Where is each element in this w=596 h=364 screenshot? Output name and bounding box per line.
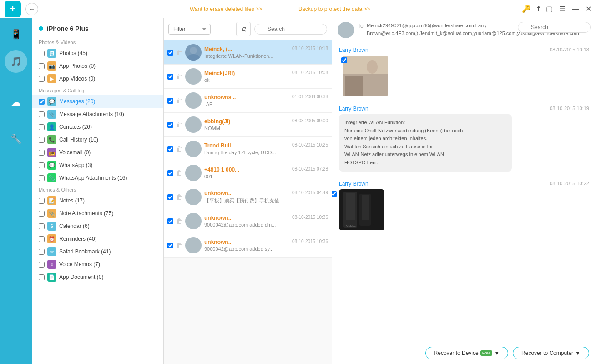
delete-icon[interactable]: 🗑 [176, 169, 182, 177]
svg-point-1 [187, 54, 200, 61]
message-item[interactable]: 🗑 unknowns... 01-01-2004 00:38 -AE [164, 89, 332, 113]
message-item[interactable]: 🗑 unknown... 08-10-2015 04:49 【平板】购买【预付费… [164, 185, 332, 209]
back-button[interactable]: ← [25, 3, 38, 15]
delete-icon[interactable]: 🗑 [176, 49, 182, 56]
delete-icon[interactable]: 🗑 [176, 121, 182, 128]
bubble-checkbox-1[interactable] [341, 57, 347, 63]
sidebar-item-app-document[interactable]: 📄 App Document (0) [32, 271, 163, 283]
sidebar-item-messages[interactable]: 💬 Messages (20) [32, 95, 163, 108]
message-preview: 9000042@app.com added sy... [204, 246, 328, 252]
voice-memos-checkbox[interactable] [39, 262, 45, 268]
backup-link[interactable]: Backup to protect the data >> [298, 6, 370, 12]
nav-cloud[interactable]: ☁ [5, 91, 27, 114]
message-item[interactable]: 🗑 Meinck(JRI) 08-10-2015 10:08 ok [164, 65, 332, 89]
message-checkbox[interactable] [167, 146, 173, 152]
top-bar-icons: 🔑 f ▢ ☰ — ✕ [522, 5, 591, 13]
message-item[interactable]: 🗑 Meinck, (... 08-10-2015 10:18 Integrie… [164, 40, 332, 65]
facebook-icon[interactable]: f [537, 5, 540, 13]
call-history-checkbox[interactable] [39, 137, 45, 143]
print-icon[interactable]: 🖨 [236, 22, 251, 36]
menu-icon[interactable]: ☰ [559, 5, 566, 13]
whatsapp-attachments-label: WhatsApp Attachments (16) [59, 175, 157, 181]
key-icon[interactable]: 🔑 [522, 5, 531, 13]
svg-rect-8 [346, 193, 355, 220]
message-item[interactable]: 🗑 +4810 1 000... 08-10-2015 07:28 001 [164, 161, 332, 185]
sidebar-item-call-history[interactable]: 📞 Call History (10) [32, 133, 163, 146]
message-checkbox[interactable] [167, 218, 173, 224]
app-photos-checkbox[interactable] [39, 63, 45, 69]
nav-tools[interactable]: 🔧 [5, 127, 27, 150]
recover-device-label: Recover to Device [434, 350, 479, 356]
header-search-input[interactable] [518, 22, 591, 33]
message-checkbox[interactable] [167, 170, 173, 176]
message-bubble-1: Larry Brown 08-10-2015 10:18 [339, 47, 589, 96]
message-checkbox[interactable] [167, 194, 173, 200]
delete-icon[interactable]: 🗑 [176, 242, 182, 249]
app-document-label: App Document (0) [59, 274, 157, 280]
whatsapp-checkbox[interactable] [39, 162, 45, 168]
sidebar-item-voicemail[interactable]: 📻 Voicemail (0) [32, 146, 163, 159]
sidebar-item-contacts[interactable]: 👤 Contacts (26) [32, 121, 163, 133]
notes-icon: 📝 [47, 196, 56, 205]
notes-checkbox[interactable] [39, 198, 45, 204]
sidebar-item-photos[interactable]: 🖼 Photos (45) [32, 47, 163, 60]
delete-icon[interactable]: 🗑 [176, 217, 182, 225]
delete-icon[interactable]: 🗑 [176, 73, 182, 80]
message-checkbox[interactable] [167, 74, 173, 80]
message-checkbox[interactable] [167, 98, 173, 104]
recover-device-button[interactable]: Recover to Device Free ▼ [425, 347, 508, 359]
app-document-checkbox[interactable] [39, 274, 45, 280]
sidebar-item-safari-bookmark[interactable]: ✏ Safari Bookmark (41) [32, 245, 163, 258]
sidebar-item-app-photos[interactable]: 📷 App Photos (0) [32, 60, 163, 72]
delete-icon[interactable]: 🗑 [176, 97, 182, 104]
sidebar-item-voice-memos[interactable]: 🎙 Voice Memos (7) [32, 258, 163, 271]
sidebar-item-notes[interactable]: 📝 Notes (17) [32, 194, 163, 207]
delete-icon[interactable]: 🗑 [176, 193, 182, 201]
message-content: unknowns... 01-01-2004 00:38 -AE [204, 94, 328, 107]
message-checkbox[interactable] [167, 122, 173, 128]
message-checkbox[interactable] [167, 50, 173, 56]
bubble-checkbox-3[interactable] [332, 191, 337, 197]
minimize-icon[interactable]: — [572, 5, 579, 13]
message-name: unknowns... [204, 94, 236, 101]
bubble-text-2: Integrierte WLAN-Funktion: Nur eine Onel… [339, 114, 512, 172]
sidebar-item-note-attachments[interactable]: 📎 Note Attachments (75) [32, 207, 163, 220]
nav-media[interactable]: 🎵 [5, 50, 27, 73]
message-item[interactable]: 🗑 unknown... 08-10-2015 10:36 9000042@ap… [164, 233, 332, 258]
filter-select[interactable]: Filter All Sent Received [168, 24, 211, 35]
message-item[interactable]: 🗑 ebbing(JI) 08-03-2005 09:00 NOMM [164, 113, 332, 137]
window-icon[interactable]: ▢ [546, 5, 553, 13]
contacts-checkbox[interactable] [39, 124, 45, 130]
sidebar-item-app-videos[interactable]: ▶ App Videos (0) [32, 72, 163, 85]
message-time: 08-10-2015 10:25 [292, 142, 328, 147]
message-checkbox[interactable] [167, 243, 173, 248]
close-icon[interactable]: ✕ [586, 5, 591, 13]
voicemail-checkbox[interactable] [39, 150, 45, 156]
message-item[interactable]: 🗑 Trend Bull... 08-10-2015 10:25 During … [164, 137, 332, 161]
safari-label: Safari Bookmark (41) [59, 248, 157, 255]
recover-computer-button[interactable]: Recover to Computer ▼ [513, 347, 589, 359]
recover-computer-label: Recover to Computer [521, 350, 573, 356]
photos-checkbox[interactable] [39, 51, 45, 56]
delete-icon[interactable]: 🗑 [176, 145, 182, 152]
note-attachments-checkbox[interactable] [39, 211, 45, 217]
messages-checkbox[interactable] [39, 99, 45, 105]
search-input[interactable] [254, 24, 327, 35]
calendar-checkbox[interactable] [39, 223, 45, 229]
safari-checkbox[interactable] [39, 249, 45, 255]
sidebar-item-calendar[interactable]: 6 Calendar (6) [32, 220, 163, 233]
sidebar-item-whatsapp[interactable]: 💬 WhatsApp (3) [32, 159, 163, 172]
msg-attachments-checkbox[interactable] [39, 111, 45, 117]
erase-link[interactable]: Want to erase deleted files >> [190, 6, 262, 12]
sidebar-item-reminders[interactable]: ⏰ Reminders (40) [32, 233, 163, 245]
app-videos-checkbox[interactable] [39, 76, 45, 82]
message-name: Meinck, (... [204, 46, 232, 52]
sidebar-item-msg-attachments[interactable]: 📎 Message Attachments (10) [32, 108, 163, 121]
reminders-checkbox[interactable] [39, 236, 45, 242]
app-photos-label: App Photos (0) [59, 63, 157, 69]
message-item[interactable]: 🗑 unknown... 08-10-2015 10:36 9000042@ap… [164, 209, 332, 233]
main-content: 📱 🎵 ☁ 🔧 iPhone 6 Plus Photos & Videos 🖼 … [0, 18, 596, 364]
whatsapp-attachments-checkbox[interactable] [39, 175, 45, 181]
nav-device[interactable]: 📱 [5, 23, 27, 46]
sidebar-item-whatsapp-attachments[interactable]: 📎 WhatsApp Attachments (16) [32, 172, 163, 184]
